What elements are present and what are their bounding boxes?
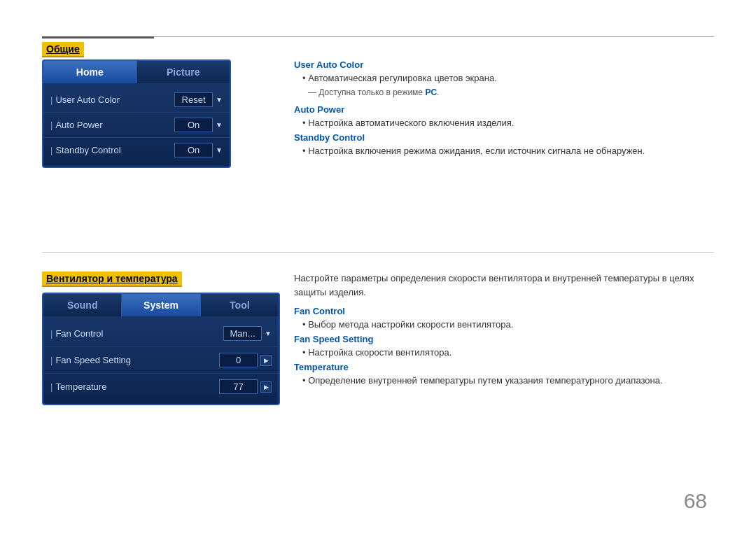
desc-panel-general: User Auto Color Автоматическая регулиров… — [294, 59, 714, 160]
value-auto-power: On ▼ — [174, 118, 223, 132]
menu-item-fan-speed[interactable]: Fan Speed Setting 0 ▶ — [43, 347, 279, 374]
top-rule-short — [42, 36, 154, 38]
desc-bullet-standby-control-0: Настройка включения режима ожидания, есл… — [302, 146, 714, 156]
tab-home[interactable]: Home — [43, 61, 137, 83]
dropdown-arrow-auto-power[interactable]: ▼ — [216, 121, 223, 129]
desc-panel-fan: Настройте параметры определения скорости… — [294, 272, 714, 390]
label-temperature: Temperature — [50, 381, 106, 392]
value-temperature: 77 ▶ — [219, 379, 272, 394]
desc-fan-speed-setting: Fan Speed Setting Настройка скорости вен… — [294, 334, 714, 358]
tab-tool[interactable]: Tool — [201, 294, 279, 316]
desc-bullet-temperature-0: Определение внутренней температуры путем… — [302, 375, 714, 386]
menu-item-temperature[interactable]: Temperature 77 ▶ — [43, 374, 279, 400]
label-user-auto-color: User Auto Color — [50, 94, 120, 105]
page-number: 68 — [684, 489, 707, 513]
desc-title-user-auto-color: User Auto Color — [294, 59, 714, 70]
value-fan-speed: 0 ▶ — [219, 353, 272, 367]
desc-intro-fan: Настройте параметры определения скорости… — [294, 272, 714, 299]
general-menu-panel: Home Picture User Auto Color Reset ▼ Aut… — [42, 59, 231, 168]
label-fan-speed: Fan Speed Setting — [50, 355, 131, 365]
general-menu-tabs: Home Picture — [43, 61, 230, 83]
desc-temperature: Temperature Определение внутренней темпе… — [294, 362, 714, 386]
general-menu-items: User Auto Color Reset ▼ Auto Power On ▼ … — [43, 83, 230, 167]
desc-standby-control: Standby Control Настройка включения режи… — [294, 132, 714, 156]
value-fan-control: Man... ▼ — [223, 326, 272, 341]
arrow-right-temperature[interactable]: ▶ — [260, 381, 272, 393]
tab-sound[interactable]: Sound — [43, 294, 122, 316]
dropdown-arrow-standby-control[interactable]: ▼ — [216, 146, 223, 154]
label-fan-control: Fan Control — [50, 328, 103, 339]
desc-fan-control: Fan Control Выбор метода настройки скоро… — [294, 306, 714, 330]
fan-menu-tabs: Sound System Tool — [43, 294, 279, 316]
value-box-temperature: 77 — [219, 379, 258, 394]
menu-item-user-auto-color[interactable]: User Auto Color Reset ▼ — [43, 87, 230, 113]
section-title-general: Общие — [42, 42, 84, 57]
fan-menu-items: Fan Control Man... ▼ Fan Speed Setting 0… — [43, 316, 279, 404]
menu-item-fan-control[interactable]: Fan Control Man... ▼ — [43, 321, 279, 347]
desc-bullet-fan-control-0: Выбор метода настройки скорости вентилят… — [302, 319, 714, 330]
highlight-pc: PC — [425, 87, 437, 97]
arrow-right-fan-speed[interactable]: ▶ — [260, 355, 272, 366]
value-box-standby-control: On — [174, 143, 213, 157]
desc-title-standby-control: Standby Control — [294, 132, 714, 143]
value-box-fan-speed: 0 — [219, 353, 258, 367]
desc-bullet-fan-speed-0: Настройка скорости вентилятора. — [302, 347, 714, 358]
value-user-auto-color: Reset ▼ — [174, 92, 223, 107]
desc-title-auto-power: Auto Power — [294, 104, 714, 115]
mid-divider — [42, 252, 714, 253]
menu-item-auto-power[interactable]: Auto Power On ▼ — [43, 113, 230, 138]
desc-title-fan-control: Fan Control — [294, 306, 714, 316]
desc-note-user-auto-color-0: Доступна только в режиме PC. — [308, 87, 714, 97]
fan-menu-panel: Sound System Tool Fan Control Man... ▼ F… — [42, 293, 280, 405]
label-standby-control: Standby Control — [50, 145, 121, 155]
tab-picture[interactable]: Picture — [137, 61, 230, 83]
desc-user-auto-color: User Auto Color Автоматическая регулиров… — [294, 59, 714, 97]
dropdown-arrow-user-auto-color[interactable]: ▼ — [216, 96, 223, 104]
value-box-user-auto-color: Reset — [174, 92, 213, 107]
menu-item-standby-control[interactable]: Standby Control On ▼ — [43, 138, 230, 162]
value-box-fan-control: Man... — [223, 326, 262, 341]
section-title-fan: Вентилятор и температура — [42, 272, 182, 287]
dropdown-arrow-fan-control[interactable]: ▼ — [265, 330, 272, 337]
desc-title-temperature: Temperature — [294, 362, 714, 372]
desc-auto-power: Auto Power Настройка автоматического вкл… — [294, 104, 714, 128]
desc-title-fan-speed: Fan Speed Setting — [294, 334, 714, 344]
value-box-auto-power: On — [174, 118, 213, 132]
desc-bullet-auto-power-0: Настройка автоматического включения изде… — [302, 118, 714, 128]
value-standby-control: On ▼ — [174, 143, 223, 157]
label-auto-power: Auto Power — [50, 120, 103, 130]
desc-bullet-user-auto-color-0: Автоматическая регулировка цветов экрана… — [302, 73, 714, 83]
tab-system[interactable]: System — [122, 294, 200, 316]
